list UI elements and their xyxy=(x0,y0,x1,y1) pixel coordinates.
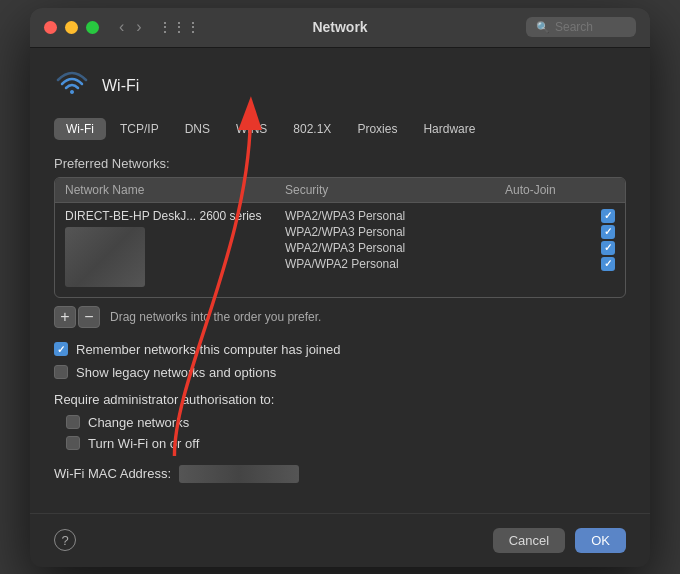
tab-dns[interactable]: DNS xyxy=(173,118,222,140)
bottom-actions: Cancel OK xyxy=(493,528,626,553)
remove-network-button[interactable]: − xyxy=(78,306,100,328)
security-value-2: WPA2/WPA3 Personal xyxy=(285,225,505,239)
autojoin-checkbox-3[interactable] xyxy=(601,241,615,255)
turn-wifi-checkbox[interactable] xyxy=(66,436,80,450)
ok-button[interactable]: OK xyxy=(575,528,626,553)
minimize-button[interactable] xyxy=(65,21,78,34)
titlebar: ‹ › ⋮⋮⋮ Network 🔍 xyxy=(30,8,650,48)
wifi-icon xyxy=(54,68,90,104)
tab-8021x[interactable]: 802.1X xyxy=(281,118,343,140)
wifi-label: Wi-Fi xyxy=(102,77,139,95)
table-header: Network Name Security Auto-Join xyxy=(55,178,625,203)
security-value-1: WPA2/WPA3 Personal xyxy=(285,209,505,223)
tab-wins[interactable]: WINS xyxy=(224,118,279,140)
tab-hardware[interactable]: Hardware xyxy=(411,118,487,140)
window-title: Network xyxy=(312,19,367,35)
col-autojoin: Auto-Join xyxy=(505,183,615,197)
mac-address-label: Wi-Fi MAC Address: xyxy=(54,466,171,481)
network-name: DIRECT-BE-HP DeskJ... 2600 series xyxy=(65,209,285,223)
search-box[interactable]: 🔍 xyxy=(526,17,636,37)
networks-table: Network Name Security Auto-Join DIRECT-B… xyxy=(54,177,626,298)
show-legacy-row: Show legacy networks and options xyxy=(54,365,626,380)
wifi-header: Wi-Fi xyxy=(54,68,626,104)
drag-hint: Drag networks into the order you prefer. xyxy=(110,310,321,324)
bottom-bar: ? Cancel OK xyxy=(30,513,650,567)
remember-networks-row: Remember networks this computer has join… xyxy=(54,342,626,357)
change-networks-checkbox[interactable] xyxy=(66,415,80,429)
tab-wifi[interactable]: Wi-Fi xyxy=(54,118,106,140)
col-security: Security xyxy=(285,183,505,197)
table-controls: + − Drag networks into the order you pre… xyxy=(54,306,626,328)
mac-address-value xyxy=(179,465,299,483)
require-admin-label: Require administrator authorisation to: xyxy=(54,392,626,407)
change-networks-label: Change networks xyxy=(88,415,189,430)
maximize-button[interactable] xyxy=(86,21,99,34)
help-button[interactable]: ? xyxy=(54,529,76,551)
autojoin-col xyxy=(505,209,615,271)
traffic-lights xyxy=(44,21,99,34)
add-network-button[interactable]: + xyxy=(54,306,76,328)
show-legacy-checkbox[interactable] xyxy=(54,365,68,379)
col-network-name: Network Name xyxy=(65,183,285,197)
search-icon: 🔍 xyxy=(536,21,550,34)
autojoin-checkbox-4[interactable] xyxy=(601,257,615,271)
change-networks-row: Change networks xyxy=(54,415,626,430)
tab-tcpip[interactable]: TCP/IP xyxy=(108,118,171,140)
require-admin-section: Require administrator authorisation to: … xyxy=(54,392,626,451)
turn-wifi-label: Turn Wi-Fi on or off xyxy=(88,436,199,451)
network-thumbnail xyxy=(65,227,145,287)
mac-address-row: Wi-Fi MAC Address: xyxy=(54,465,626,483)
table-row: DIRECT-BE-HP DeskJ... 2600 series WPA2/W… xyxy=(55,203,625,297)
main-content: Wi-Fi Wi-Fi TCP/IP DNS WINS 802.1X Proxi… xyxy=(30,48,650,503)
search-input[interactable] xyxy=(555,20,626,34)
nav-arrows: ‹ › xyxy=(115,16,146,38)
grid-icon: ⋮⋮⋮ xyxy=(158,19,200,35)
cancel-button[interactable]: Cancel xyxy=(493,528,565,553)
remember-networks-checkbox[interactable] xyxy=(54,342,68,356)
autojoin-checkbox-1[interactable] xyxy=(601,209,615,223)
security-col: WPA2/WPA3 Personal WPA2/WPA3 Personal WP… xyxy=(285,209,505,271)
turn-wifi-row: Turn Wi-Fi on or off xyxy=(54,436,626,451)
remember-networks-label: Remember networks this computer has join… xyxy=(76,342,340,357)
autojoin-checkbox-2[interactable] xyxy=(601,225,615,239)
show-legacy-label: Show legacy networks and options xyxy=(76,365,276,380)
network-name-col: DIRECT-BE-HP DeskJ... 2600 series xyxy=(65,209,285,291)
tab-proxies[interactable]: Proxies xyxy=(345,118,409,140)
forward-button[interactable]: › xyxy=(132,16,145,38)
preferred-networks-label: Preferred Networks: xyxy=(54,156,626,171)
security-value-3: WPA2/WPA3 Personal xyxy=(285,241,505,255)
security-value-4: WPA/WPA2 Personal xyxy=(285,257,505,271)
close-button[interactable] xyxy=(44,21,57,34)
tab-bar: Wi-Fi TCP/IP DNS WINS 802.1X Proxies Har… xyxy=(54,118,626,140)
back-button[interactable]: ‹ xyxy=(115,16,128,38)
